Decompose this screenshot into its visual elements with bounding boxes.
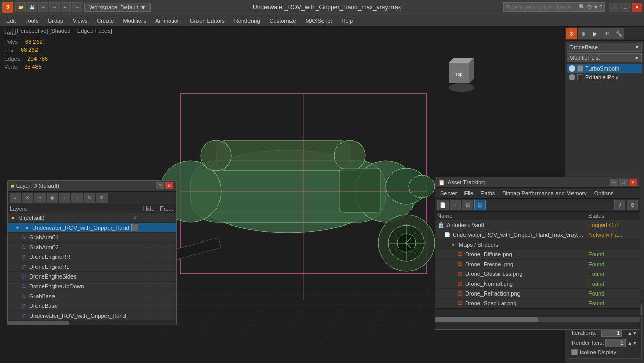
render-iters-spinner[interactable]: ▲▼ xyxy=(627,340,637,346)
layer-item[interactable]: ⬡ GrabArm02 · · · · · · xyxy=(8,243,176,252)
modify-icon[interactable]: ⚙ xyxy=(566,28,577,39)
asset-item[interactable]: 🖼 Drone_Glossiness.png Found xyxy=(435,269,640,279)
mod-visibility-check[interactable] xyxy=(577,65,583,72)
layers-panel-header: ■ Layer: 0 (default) ? ✕ xyxy=(8,181,176,192)
menu-edit[interactable]: Edit xyxy=(2,16,20,25)
mesh-icon: ⬡ xyxy=(20,302,27,309)
redo2-icon[interactable]: ↪ xyxy=(72,2,82,12)
layer-item[interactable]: ⬡ Underwater_ROV_with_Gripper_Hand · · ·… xyxy=(8,311,176,321)
utilities-icon[interactable]: 🔧 xyxy=(613,28,624,39)
modifier-list-dropdown[interactable]: Modifier List ▼ xyxy=(567,53,642,62)
menu-animation[interactable]: Animation xyxy=(151,16,185,25)
motion-icon[interactable]: ▶ xyxy=(589,28,601,39)
layers-up-icon[interactable]: ↑ xyxy=(59,193,70,203)
asset-item[interactable]: ▼ Maps / Shaders xyxy=(435,240,640,250)
search-input[interactable] xyxy=(506,4,578,10)
asset-status: Network Pa... xyxy=(586,232,638,238)
mesh-icon: ⬡ xyxy=(20,234,27,241)
layer-item[interactable]: ■ 0 (default) ✓ · · · · · · xyxy=(8,213,176,223)
menu-tools[interactable]: Tools xyxy=(21,16,43,25)
asset-minimize-button[interactable]: ─ xyxy=(610,179,618,186)
layers-close-button[interactable]: ✕ xyxy=(165,182,173,189)
menu-rendering[interactable]: Rendering xyxy=(230,16,264,25)
menu-create[interactable]: Create xyxy=(93,16,118,25)
layers-add-icon[interactable]: + xyxy=(34,193,46,203)
layers-delete-icon[interactable]: ✕ xyxy=(22,193,33,203)
redo-icon[interactable]: ↪ xyxy=(49,2,60,12)
search-options-icon[interactable]: ⚙ xyxy=(587,4,592,10)
isoline-checkbox[interactable] xyxy=(571,349,578,355)
asset-close-button[interactable]: ✕ xyxy=(629,179,637,186)
help-icon[interactable]: ? xyxy=(599,4,602,10)
maximize-button[interactable]: □ xyxy=(620,3,631,12)
menu-group[interactable]: Group xyxy=(44,16,68,25)
layers-select-icon[interactable]: ◉ xyxy=(47,193,58,203)
quick-access-icons: 📂 💾 ↩ ↪ ↩ ↪ xyxy=(15,2,82,12)
menu-modifiers[interactable]: Modifiers xyxy=(119,16,150,25)
asset-item[interactable]: 🖼 Drone_Diffuse.png Found xyxy=(435,250,640,260)
editable-poly-modifier[interactable]: Editable Poly xyxy=(567,73,642,81)
layer-item[interactable]: ⬡ GrabBase · · · · · · xyxy=(8,291,176,301)
asset-item[interactable]: 🖼 Drone_Fresnel.png Found xyxy=(435,260,640,269)
turbosmooth-modifier[interactable]: TurboSmooth xyxy=(567,64,642,73)
layers-down-icon[interactable]: ↓ xyxy=(71,193,83,203)
layer-item[interactable]: ⬡ DroneBase · · · · · · xyxy=(8,301,176,311)
open-icon[interactable]: 📂 xyxy=(15,2,26,12)
asset-tracking-panel: 📋 Asset Tracking ─ □ ✕ Server File Paths… xyxy=(435,177,640,330)
asset-item[interactable]: 📄 Underwater_ROV_with_Gripper_Hand_max_v… xyxy=(435,230,640,240)
asset-menu-options[interactable]: Options xyxy=(591,189,617,197)
search-icon[interactable]: 🔍 xyxy=(579,4,586,10)
minimize-button[interactable]: ─ xyxy=(609,3,619,12)
asset-item[interactable]: 🖼 Drone_Specular.png Found xyxy=(435,299,640,308)
asset-item[interactable]: 🏦 Autodesk Vault Logged Out xyxy=(435,220,640,230)
layer-item[interactable]: ⬡ GrabArm01 · · · · · · xyxy=(8,233,176,243)
asset-tool-2[interactable]: ≡ xyxy=(450,200,461,210)
menu-views[interactable]: Views xyxy=(68,16,92,25)
asset-help-button[interactable]: ? xyxy=(614,200,625,210)
layer-item[interactable]: ▼ ■ Underwater_ROV_with_Gripper_Hand · ·… xyxy=(8,223,176,233)
menu-customize[interactable]: Customize xyxy=(265,16,300,25)
viewport-cube[interactable]: Top xyxy=(443,58,479,94)
asset-item[interactable]: 🖼 Drone_Normal.png Found xyxy=(435,279,640,289)
undo-icon[interactable]: ↩ xyxy=(38,2,48,12)
layer-item[interactable]: ⬡ DroneEngineSides · · · · · · xyxy=(8,272,176,282)
asset-status: Logged Out xyxy=(586,222,638,228)
display-icon[interactable]: 👁 xyxy=(601,28,613,39)
menu-help[interactable]: Help xyxy=(337,16,357,25)
asset-menu-paths[interactable]: Paths xyxy=(477,189,498,197)
asset-settings-button[interactable]: ⚙ xyxy=(627,200,638,210)
asset-col-status-header: Status xyxy=(586,213,638,219)
mod-visibility-check2[interactable] xyxy=(577,74,583,80)
menu-maxscript[interactable]: MAXScript xyxy=(301,16,336,25)
asset-maximize-button[interactable]: □ xyxy=(619,179,628,186)
layer-item[interactable]: ⬡ DroneEngineRR · · · · · · xyxy=(8,252,176,262)
layers-scrollbar-thumb[interactable] xyxy=(8,321,69,325)
asset-tool-4[interactable]: ⊟ xyxy=(474,200,486,210)
undo2-icon[interactable]: ↩ xyxy=(61,2,71,12)
asset-scrollbar[interactable] xyxy=(435,317,640,322)
layers-settings-icon[interactable]: ⚙ xyxy=(96,193,108,203)
layers-sort-icon[interactable]: ≡ xyxy=(10,193,21,203)
asset-menu-file[interactable]: File xyxy=(461,189,476,197)
hierarchy-icon[interactable]: ⊕ xyxy=(578,28,589,39)
render-iters-input[interactable] xyxy=(605,339,626,347)
layers-scrollbar[interactable] xyxy=(8,321,176,325)
asset-tool-3[interactable]: ⊞ xyxy=(462,200,473,210)
layers-help-button[interactable]: ? xyxy=(156,182,164,189)
close-button[interactable]: ✕ xyxy=(632,3,642,12)
mod-bulb xyxy=(569,65,575,72)
menu-graph-editors[interactable]: Graph Editors xyxy=(186,16,229,25)
layers-refresh-icon[interactable]: ↻ xyxy=(84,193,95,203)
workspace-selector[interactable]: Workspace: Default ▼ xyxy=(84,3,151,12)
asset-menu-bitmap-perf[interactable]: Bitmap Performance and Memory xyxy=(499,189,589,197)
search-help-icon[interactable]: ★ xyxy=(593,4,598,10)
layer-item[interactable]: ⬡ DroneEngineRL · · · · · · xyxy=(8,262,176,272)
asset-tool-1[interactable]: 📄 xyxy=(437,200,449,210)
iterations-input[interactable] xyxy=(601,329,622,337)
save-icon[interactable]: 💾 xyxy=(27,2,37,12)
asset-item[interactable]: 🖼 Drone_Refraction.png Found xyxy=(435,289,640,299)
layer-item[interactable]: ⬡ DroneEngineUpDown · · · · · · xyxy=(8,282,176,291)
asset-menu-server[interactable]: Server xyxy=(437,189,460,197)
viewport-label: [ + ] [Perspective] [Shaded + Edged Face… xyxy=(0,27,564,35)
iterations-spinner[interactable]: ▲▼ xyxy=(627,330,637,336)
